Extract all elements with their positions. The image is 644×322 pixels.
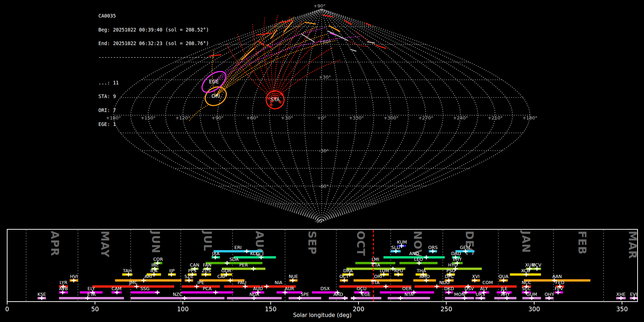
shower-label-hyd: HYD [448,262,458,268]
lon-label: +330° [349,115,364,121]
shower-label-fan: FAN [203,262,211,268]
x-tick-label: 250 [440,306,452,313]
shower-peak-marker-sda [225,261,229,265]
shower-label-can: CAN [190,262,200,268]
shower-label-mon: MON [454,292,465,297]
shower-bar-ari [115,279,181,282]
shower-label-ehy: EHY [453,257,462,262]
shower-peak-marker-ard [342,296,347,300]
shower-bar-nzc [131,297,224,299]
lon-label: +240° [453,115,468,121]
shower-peak-marker-nia [264,284,269,288]
shower-label-dkd: DKD [444,286,454,291]
shower-bar-jmc [92,286,174,288]
shower-peak-marker-ege [351,296,356,300]
begin-time: Beg: 20251022 00:39:40 (sol = 208.52°) [98,28,215,32]
meteor-segment [351,49,356,51]
shower-label-dad: DAD [451,251,461,256]
shower-bar-kcg [234,256,276,259]
meteor-trail [275,37,323,100]
month-label-jan: JAN [520,230,532,253]
shower-label-lum: LUM [380,268,389,273]
shower-label-hvi: HVI [70,274,78,279]
x-tick-label: 50 [91,306,99,313]
shower-label-jmc: JMC [129,280,137,285]
observation-header: CA0035 Beg: 20251022 00:39:40 (sol = 208… [98,4,215,131]
lat-label: +90° [313,3,326,9]
lon-label: +270° [418,115,433,121]
shower-label-dra: DRA [343,268,353,273]
lat-label: +30° [319,74,331,80]
shower-label-and: AND [409,251,419,256]
shower-label-iea: IEA [150,268,158,273]
header-separator: ---------------------------------------- [98,55,215,60]
shower-label-ecv: ECV [532,262,542,268]
lon-label: +30° [281,115,293,121]
shower-label-dsv: DSV [464,286,474,291]
shower-label-eri: ERI [234,245,241,250]
shower-peak-marker-and [424,255,429,259]
shower-label-tha: THA [416,268,426,273]
month-label-apr: APR [49,231,61,256]
shower-label-jle: JLE [501,286,508,291]
end-time: End: 20251022 06:32:23 (sol = 208.76°) [98,41,215,46]
shower-label-lmi: LMI [371,257,379,262]
shower-peak-marker-ssg [155,291,160,294]
meteor-trail [349,41,368,47]
shower-label-fev: FEV [555,286,563,291]
shower-label-spe: SPE [301,292,309,297]
lat-label: -90° [314,219,325,224]
shower-bar-spe [289,297,321,299]
shower-label-iip: IIP [169,268,175,273]
shower-label-scc: SCC [522,286,531,291]
shower-label-xcb: XCB [521,268,530,273]
shower-label-leo: LEO [414,257,423,262]
month-label-oct: OCT [355,231,367,256]
shower-label-gem: GEM [460,245,470,250]
shower-label-sda: SDA [229,257,239,262]
month-label-jul: JUL [201,230,214,252]
lat-label: -60° [319,184,329,189]
shower-label-ori: ORI [374,274,382,279]
shower-label-dsx: DSX [320,286,330,291]
shower-label-aud: AUD [253,286,263,291]
shower-label-xvi: XVI [472,274,480,279]
x-tick-label: 300 [528,306,540,313]
lon-label: +180° [522,115,537,121]
shower-label-oct: OCT [339,274,349,279]
x-axis-title: Solar longitude (deg) [293,312,352,318]
shower-peak-marker-eri [244,249,249,253]
shower-label-gdr: GDR [221,268,231,273]
shower-label-nia: NIA [275,280,283,285]
shower-peak-marker-nzc [182,296,187,300]
shower-bar-sta [339,286,411,288]
lon-label: +210° [488,115,503,121]
shower-label-gum: GUM [526,292,537,297]
shower-label-ssg: SSG [140,286,150,291]
meteor-trail [216,27,316,96]
shower-label-cor: COR [153,257,163,262]
shower-label-ors: ORS [428,245,438,250]
meteor-trail [264,18,275,100]
count-sta: STA: 9 [98,94,215,99]
count-ege: EGE: 1 [98,122,215,127]
count-ori: ORI: 7 [98,108,215,113]
shower-label-oer: OER [402,286,412,291]
x-tick-label: 150 [265,306,276,313]
shower-label-szc: SZC [185,274,194,279]
shower-peak-marker-cap [228,278,233,282]
shower-label-xhe: XHE [616,292,626,297]
meteor-segment [328,31,348,40]
shower-label-pca: PCA [203,286,212,291]
shower-label-psu: PSU [447,268,455,273]
lon-label: +300° [384,115,399,121]
shower-bar-ipe [182,286,220,288]
shower-label-qua: QUA [499,274,509,279]
radiant-plus-marker [269,103,273,107]
shower-peak-marker-sta [384,284,388,288]
x-tick-label: 0 [5,306,9,313]
shower-label-pps: PPS [188,268,196,273]
shower-label-ncc: NCC [522,280,531,285]
shower-label-cam: CAM [112,286,122,291]
meteor-segment [367,42,375,43]
